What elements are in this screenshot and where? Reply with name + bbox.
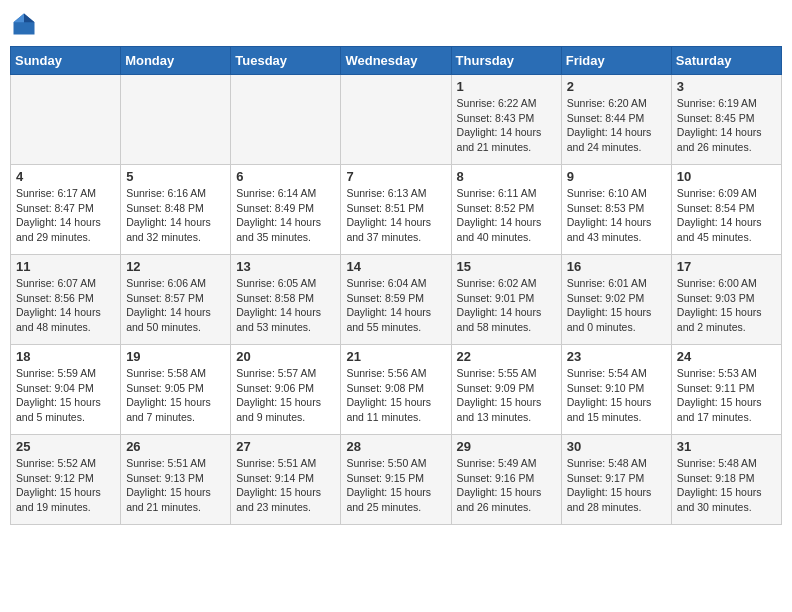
day-cell: 21Sunrise: 5:56 AM Sunset: 9:08 PM Dayli… <box>341 345 451 435</box>
day-number: 4 <box>16 169 115 184</box>
day-cell <box>341 75 451 165</box>
day-info: Sunrise: 5:48 AM Sunset: 9:17 PM Dayligh… <box>567 456 666 515</box>
day-info: Sunrise: 5:59 AM Sunset: 9:04 PM Dayligh… <box>16 366 115 425</box>
day-cell: 18Sunrise: 5:59 AM Sunset: 9:04 PM Dayli… <box>11 345 121 435</box>
weekday-header-row: SundayMondayTuesdayWednesdayThursdayFrid… <box>11 47 782 75</box>
weekday-header-friday: Friday <box>561 47 671 75</box>
day-cell: 9Sunrise: 6:10 AM Sunset: 8:53 PM Daylig… <box>561 165 671 255</box>
day-info: Sunrise: 6:19 AM Sunset: 8:45 PM Dayligh… <box>677 96 776 155</box>
day-info: Sunrise: 6:02 AM Sunset: 9:01 PM Dayligh… <box>457 276 556 335</box>
calendar-container: SundayMondayTuesdayWednesdayThursdayFrid… <box>10 10 782 525</box>
weekday-header-tuesday: Tuesday <box>231 47 341 75</box>
day-info: Sunrise: 6:09 AM Sunset: 8:54 PM Dayligh… <box>677 186 776 245</box>
day-cell: 14Sunrise: 6:04 AM Sunset: 8:59 PM Dayli… <box>341 255 451 345</box>
logo-icon <box>10 10 38 38</box>
svg-marker-2 <box>14 14 25 23</box>
day-number: 18 <box>16 349 115 364</box>
day-number: 2 <box>567 79 666 94</box>
day-cell: 12Sunrise: 6:06 AM Sunset: 8:57 PM Dayli… <box>121 255 231 345</box>
weekday-header-wednesday: Wednesday <box>341 47 451 75</box>
calendar-body: 1Sunrise: 6:22 AM Sunset: 8:43 PM Daylig… <box>11 75 782 525</box>
day-number: 16 <box>567 259 666 274</box>
day-info: Sunrise: 6:22 AM Sunset: 8:43 PM Dayligh… <box>457 96 556 155</box>
day-number: 9 <box>567 169 666 184</box>
day-cell: 1Sunrise: 6:22 AM Sunset: 8:43 PM Daylig… <box>451 75 561 165</box>
day-info: Sunrise: 5:51 AM Sunset: 9:13 PM Dayligh… <box>126 456 225 515</box>
day-info: Sunrise: 5:53 AM Sunset: 9:11 PM Dayligh… <box>677 366 776 425</box>
weekday-header-monday: Monday <box>121 47 231 75</box>
day-number: 22 <box>457 349 556 364</box>
day-info: Sunrise: 6:01 AM Sunset: 9:02 PM Dayligh… <box>567 276 666 335</box>
day-info: Sunrise: 6:17 AM Sunset: 8:47 PM Dayligh… <box>16 186 115 245</box>
day-number: 30 <box>567 439 666 454</box>
day-info: Sunrise: 5:48 AM Sunset: 9:18 PM Dayligh… <box>677 456 776 515</box>
calendar-table: SundayMondayTuesdayWednesdayThursdayFrid… <box>10 46 782 525</box>
day-cell: 11Sunrise: 6:07 AM Sunset: 8:56 PM Dayli… <box>11 255 121 345</box>
day-info: Sunrise: 6:07 AM Sunset: 8:56 PM Dayligh… <box>16 276 115 335</box>
day-number: 25 <box>16 439 115 454</box>
week-row-1: 1Sunrise: 6:22 AM Sunset: 8:43 PM Daylig… <box>11 75 782 165</box>
day-cell: 22Sunrise: 5:55 AM Sunset: 9:09 PM Dayli… <box>451 345 561 435</box>
day-info: Sunrise: 5:55 AM Sunset: 9:09 PM Dayligh… <box>457 366 556 425</box>
day-info: Sunrise: 6:00 AM Sunset: 9:03 PM Dayligh… <box>677 276 776 335</box>
day-info: Sunrise: 5:57 AM Sunset: 9:06 PM Dayligh… <box>236 366 335 425</box>
day-cell: 8Sunrise: 6:11 AM Sunset: 8:52 PM Daylig… <box>451 165 561 255</box>
day-info: Sunrise: 6:16 AM Sunset: 8:48 PM Dayligh… <box>126 186 225 245</box>
week-row-4: 18Sunrise: 5:59 AM Sunset: 9:04 PM Dayli… <box>11 345 782 435</box>
day-cell: 24Sunrise: 5:53 AM Sunset: 9:11 PM Dayli… <box>671 345 781 435</box>
day-cell: 23Sunrise: 5:54 AM Sunset: 9:10 PM Dayli… <box>561 345 671 435</box>
day-number: 17 <box>677 259 776 274</box>
day-cell: 17Sunrise: 6:00 AM Sunset: 9:03 PM Dayli… <box>671 255 781 345</box>
day-cell: 19Sunrise: 5:58 AM Sunset: 9:05 PM Dayli… <box>121 345 231 435</box>
week-row-2: 4Sunrise: 6:17 AM Sunset: 8:47 PM Daylig… <box>11 165 782 255</box>
day-cell <box>121 75 231 165</box>
day-info: Sunrise: 6:20 AM Sunset: 8:44 PM Dayligh… <box>567 96 666 155</box>
day-cell: 31Sunrise: 5:48 AM Sunset: 9:18 PM Dayli… <box>671 435 781 525</box>
day-number: 23 <box>567 349 666 364</box>
day-number: 21 <box>346 349 445 364</box>
weekday-header-sunday: Sunday <box>11 47 121 75</box>
day-info: Sunrise: 6:14 AM Sunset: 8:49 PM Dayligh… <box>236 186 335 245</box>
day-number: 24 <box>677 349 776 364</box>
day-cell: 26Sunrise: 5:51 AM Sunset: 9:13 PM Dayli… <box>121 435 231 525</box>
day-number: 31 <box>677 439 776 454</box>
day-cell: 5Sunrise: 6:16 AM Sunset: 8:48 PM Daylig… <box>121 165 231 255</box>
day-number: 29 <box>457 439 556 454</box>
day-cell: 29Sunrise: 5:49 AM Sunset: 9:16 PM Dayli… <box>451 435 561 525</box>
day-info: Sunrise: 6:13 AM Sunset: 8:51 PM Dayligh… <box>346 186 445 245</box>
day-cell: 4Sunrise: 6:17 AM Sunset: 8:47 PM Daylig… <box>11 165 121 255</box>
day-number: 27 <box>236 439 335 454</box>
day-cell: 16Sunrise: 6:01 AM Sunset: 9:02 PM Dayli… <box>561 255 671 345</box>
day-cell: 3Sunrise: 6:19 AM Sunset: 8:45 PM Daylig… <box>671 75 781 165</box>
day-info: Sunrise: 5:49 AM Sunset: 9:16 PM Dayligh… <box>457 456 556 515</box>
day-cell: 25Sunrise: 5:52 AM Sunset: 9:12 PM Dayli… <box>11 435 121 525</box>
day-cell: 27Sunrise: 5:51 AM Sunset: 9:14 PM Dayli… <box>231 435 341 525</box>
day-cell: 28Sunrise: 5:50 AM Sunset: 9:15 PM Dayli… <box>341 435 451 525</box>
day-cell: 10Sunrise: 6:09 AM Sunset: 8:54 PM Dayli… <box>671 165 781 255</box>
day-cell: 13Sunrise: 6:05 AM Sunset: 8:58 PM Dayli… <box>231 255 341 345</box>
day-number: 8 <box>457 169 556 184</box>
day-number: 13 <box>236 259 335 274</box>
day-number: 6 <box>236 169 335 184</box>
day-info: Sunrise: 6:11 AM Sunset: 8:52 PM Dayligh… <box>457 186 556 245</box>
week-row-3: 11Sunrise: 6:07 AM Sunset: 8:56 PM Dayli… <box>11 255 782 345</box>
day-number: 19 <box>126 349 225 364</box>
day-cell: 15Sunrise: 6:02 AM Sunset: 9:01 PM Dayli… <box>451 255 561 345</box>
svg-marker-1 <box>24 14 35 23</box>
day-cell: 7Sunrise: 6:13 AM Sunset: 8:51 PM Daylig… <box>341 165 451 255</box>
weekday-header-saturday: Saturday <box>671 47 781 75</box>
day-number: 11 <box>16 259 115 274</box>
day-number: 1 <box>457 79 556 94</box>
day-info: Sunrise: 6:10 AM Sunset: 8:53 PM Dayligh… <box>567 186 666 245</box>
day-number: 12 <box>126 259 225 274</box>
week-row-5: 25Sunrise: 5:52 AM Sunset: 9:12 PM Dayli… <box>11 435 782 525</box>
day-cell <box>11 75 121 165</box>
day-info: Sunrise: 5:58 AM Sunset: 9:05 PM Dayligh… <box>126 366 225 425</box>
day-cell: 20Sunrise: 5:57 AM Sunset: 9:06 PM Dayli… <box>231 345 341 435</box>
day-info: Sunrise: 5:52 AM Sunset: 9:12 PM Dayligh… <box>16 456 115 515</box>
day-number: 7 <box>346 169 445 184</box>
day-number: 20 <box>236 349 335 364</box>
weekday-header-thursday: Thursday <box>451 47 561 75</box>
day-number: 10 <box>677 169 776 184</box>
calendar-header: SundayMondayTuesdayWednesdayThursdayFrid… <box>11 47 782 75</box>
